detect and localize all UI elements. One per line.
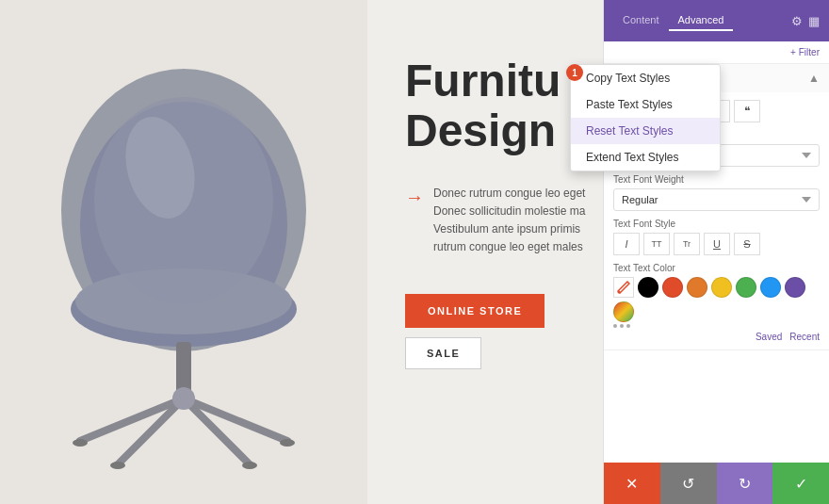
layout-icon[interactable]: ▦ xyxy=(808,14,820,28)
settings-icon[interactable]: ⚙ xyxy=(791,14,803,28)
notification-badge: 1 xyxy=(566,64,583,81)
svg-point-10 xyxy=(172,387,195,410)
copy-text-styles[interactable]: Copy Text Styles xyxy=(571,65,720,91)
color-purple[interactable] xyxy=(785,277,805,298)
svg-point-13 xyxy=(110,462,125,469)
bottom-bar: ✕ ↺ ↻ ✓ xyxy=(604,463,829,504)
chair-image-area xyxy=(0,0,367,504)
underline-btn[interactable]: U xyxy=(704,233,730,255)
color-row xyxy=(613,277,820,322)
panel-header: Content Advanced ⚙ ▦ xyxy=(604,0,829,41)
body-text: Donec rutrum congue leo eget Donec solli… xyxy=(433,185,585,257)
chevron-up-icon: ▲ xyxy=(808,72,820,85)
dot1 xyxy=(613,324,617,328)
color-blue[interactable] xyxy=(760,277,781,298)
svg-line-6 xyxy=(80,398,184,441)
color-gradient[interactable] xyxy=(613,301,634,322)
save-button[interactable]: ✓ xyxy=(772,463,829,504)
color-label: Text Text Color xyxy=(613,263,820,273)
chair-image xyxy=(24,36,344,469)
style-buttons: I TT Tr U S xyxy=(613,233,820,255)
undo-button[interactable]: ↺ xyxy=(660,463,717,504)
svg-point-11 xyxy=(73,439,88,447)
color-yellow[interactable] xyxy=(711,277,732,298)
paste-text-styles[interactable]: Paste Text Styles xyxy=(571,91,720,118)
capitalize-btn[interactable]: Tr xyxy=(674,233,700,255)
dot2 xyxy=(620,324,624,328)
color-black[interactable] xyxy=(638,277,658,298)
tab-advanced[interactable]: Advanced xyxy=(669,10,734,31)
uppercase-btn[interactable]: TT xyxy=(643,233,670,255)
saved-recent-row: Saved Recent xyxy=(613,332,820,342)
reset-text-styles[interactable]: Reset Text Styles xyxy=(571,118,720,144)
cancel-button[interactable]: ✕ xyxy=(604,463,660,504)
dots-row xyxy=(613,324,820,328)
panel-tabs: Content Advanced xyxy=(613,10,791,31)
body-line1: Donec rutrum congue leo eget xyxy=(433,185,585,203)
dropdown-menu: Copy Text Styles Paste Text Styles Reset… xyxy=(570,64,721,171)
color-red[interactable] xyxy=(662,277,683,298)
body-line4: rutrum congue leo eget males xyxy=(433,238,585,256)
chair-svg xyxy=(24,36,344,469)
dot3 xyxy=(626,324,630,328)
online-store-button[interactable]: ONLINE STORE xyxy=(405,294,545,328)
tab-content[interactable]: Content xyxy=(613,10,669,31)
color-picker-btn[interactable] xyxy=(613,277,634,298)
strikethrough-btn[interactable]: S xyxy=(734,233,760,255)
body-line3: Vestibulum ante ipsum primis xyxy=(433,220,585,238)
color-orange[interactable] xyxy=(687,277,707,298)
extend-text-styles[interactable]: Extend Text Styles xyxy=(571,144,720,171)
arrow-icon: → xyxy=(405,187,424,208)
svg-point-12 xyxy=(280,439,295,447)
weight-label: Text Font Weight xyxy=(613,174,820,185)
color-green[interactable] xyxy=(736,277,756,298)
svg-line-7 xyxy=(184,398,287,441)
sale-button[interactable]: SALE xyxy=(405,337,481,369)
body-line2: Donec sollicitudin molestie ma xyxy=(433,203,585,220)
weight-select[interactable]: Regular xyxy=(613,188,820,211)
plus-icon: + xyxy=(790,47,796,57)
filter-row: + Filter xyxy=(604,41,829,64)
panel-icons: ⚙ ▦ xyxy=(791,14,820,28)
recent-btn[interactable]: Recent xyxy=(789,332,820,342)
saved-btn[interactable]: Saved xyxy=(756,332,782,342)
filter-label: Filter xyxy=(799,47,820,57)
style-label: Text Font Style xyxy=(613,219,820,229)
svg-point-14 xyxy=(242,462,257,469)
redo-button[interactable]: ↻ xyxy=(717,463,773,504)
align-quote-btn[interactable]: ❝ xyxy=(734,100,760,122)
filter-button[interactable]: + Filter xyxy=(790,47,820,57)
svg-point-16 xyxy=(618,291,621,294)
italic-btn[interactable]: I xyxy=(613,233,640,255)
eyedropper-icon xyxy=(617,281,630,294)
